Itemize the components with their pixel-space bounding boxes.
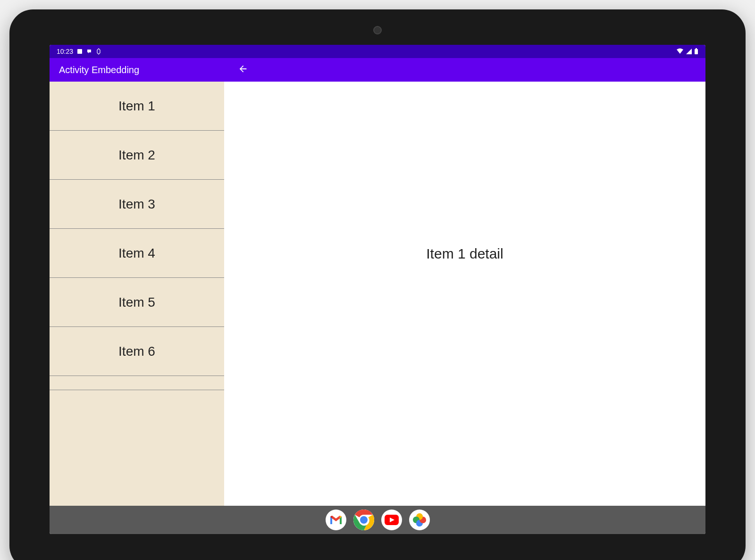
- list-item[interactable]: Item 2: [50, 131, 224, 180]
- battery-icon: [694, 48, 698, 55]
- app-bar: Activity Embedding: [50, 58, 705, 82]
- wifi-icon: [676, 48, 684, 55]
- tablet-screen: 10:23: [50, 45, 705, 534]
- list-item[interactable]: Item 4: [50, 229, 224, 278]
- list-item[interactable]: Item 1: [50, 82, 224, 131]
- status-bar: 10:23: [50, 45, 705, 58]
- debug-icon: [96, 48, 101, 55]
- list-item[interactable]: Item 3: [50, 180, 224, 229]
- navigation-bar: [50, 506, 705, 534]
- list-item-label: Item 3: [118, 197, 155, 212]
- list-item[interactable]: Item 5: [50, 278, 224, 327]
- tablet-device-frame: 10:23: [9, 9, 746, 560]
- tablet-camera: [373, 26, 382, 34]
- list-panel[interactable]: Item 1 Item 2 Item 3 Item 4 Item 5 Item …: [50, 82, 224, 506]
- content-area: Item 1 Item 2 Item 3 Item 4 Item 5 Item …: [50, 82, 705, 506]
- status-bar-right: [676, 48, 698, 55]
- status-bar-left: 10:23: [57, 48, 101, 55]
- back-arrow-icon: [238, 64, 248, 76]
- list-item-label: Item 6: [118, 344, 155, 359]
- list-item-partial[interactable]: [50, 376, 224, 390]
- back-button[interactable]: [234, 60, 252, 79]
- detail-text: Item 1 detail: [426, 246, 503, 262]
- app-bar-right-section: [224, 60, 705, 79]
- youtube-app-icon[interactable]: [381, 510, 402, 530]
- list-item-label: Item 4: [118, 246, 155, 261]
- svg-rect-1: [695, 49, 698, 54]
- chrome-app-icon[interactable]: [353, 510, 374, 530]
- photos-app-icon[interactable]: [409, 510, 430, 530]
- app-notification-icon: [86, 49, 92, 54]
- app-bar-left-section: Activity Embedding: [50, 65, 224, 75]
- signal-icon: [686, 48, 692, 55]
- list-item-label: Item 2: [118, 148, 155, 163]
- list-item-label: Item 5: [118, 295, 155, 310]
- list-item[interactable]: Item 6: [50, 327, 224, 376]
- svg-point-5: [360, 516, 368, 524]
- list-item-label: Item 1: [118, 99, 155, 114]
- svg-rect-2: [696, 48, 697, 49]
- status-time: 10:23: [57, 48, 73, 55]
- app-title: Activity Embedding: [59, 65, 139, 75]
- notification-icon: [77, 49, 83, 54]
- gmail-app-icon[interactable]: [326, 510, 346, 530]
- svg-rect-0: [77, 49, 82, 54]
- detail-panel: Item 1 detail: [224, 82, 705, 506]
